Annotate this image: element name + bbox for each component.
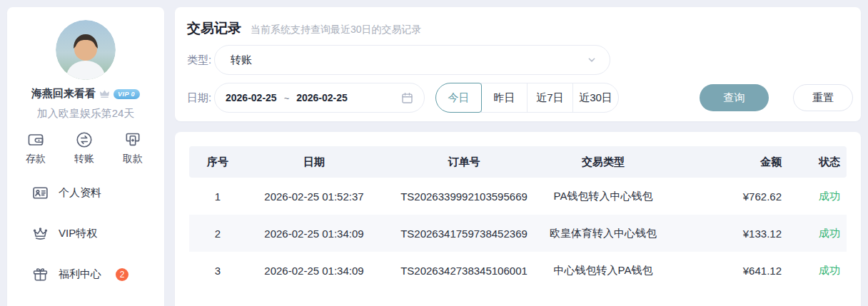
sidebar-item-deposit[interactable]: 存款 bbox=[11, 130, 60, 165]
range-7days-button[interactable]: 近7日 bbox=[527, 83, 573, 113]
type-filter-label: 类型: bbox=[187, 45, 211, 75]
status-badge: 成功 bbox=[782, 190, 846, 203]
column-header-index: 序号 bbox=[189, 155, 246, 169]
table-header-row: 序号 日期 订单号 交易类型 金额 状态 bbox=[189, 146, 847, 178]
menu-item-label: 个人资料 bbox=[59, 186, 101, 200]
cell-date: 2026-02-25 01:52:37 bbox=[246, 190, 382, 203]
sidebar-item-transfer[interactable]: 转账 bbox=[60, 130, 108, 165]
date-separator: ~ bbox=[284, 93, 290, 103]
cell-type: 欧皇体育转入中心钱包 bbox=[546, 227, 660, 240]
cell-order-no: TS2026339992103595669 bbox=[382, 190, 546, 203]
cell-index: 2 bbox=[189, 228, 246, 240]
cell-type: PA钱包转入中心钱包 bbox=[546, 190, 660, 203]
deposit-wallet-icon bbox=[26, 130, 45, 150]
range-yesterday-button[interactable]: 昨日 bbox=[481, 83, 528, 113]
vip-crown-icon bbox=[99, 89, 110, 98]
cell-amount: ¥133.12 bbox=[660, 228, 782, 240]
sidebar-item-withdraw[interactable]: 取款 bbox=[108, 130, 157, 165]
chevron-down-icon bbox=[587, 55, 597, 65]
column-header-status: 状态 bbox=[782, 155, 846, 169]
vip-level-badge: VIP 0 bbox=[113, 89, 140, 99]
table-row: 2 2026-02-25 01:34:09 TS2026341759738452… bbox=[189, 215, 847, 252]
filter-card: 交易记录 当前系统支持查询最近30日的交易记录 类型: 转账 日期: 2026-… bbox=[175, 7, 861, 121]
range-30days-button[interactable]: 近30日 bbox=[572, 83, 619, 113]
column-header-order-no: 订单号 bbox=[382, 155, 546, 169]
cell-order-no: TS2026341759738452369 bbox=[382, 228, 546, 240]
user-info-row: 海燕回来看看 VIP 0 bbox=[7, 87, 164, 101]
column-header-date: 日期 bbox=[246, 155, 382, 169]
cell-amount: ¥762.62 bbox=[660, 190, 782, 203]
cell-amount: ¥641.12 bbox=[660, 265, 782, 277]
column-header-type: 交易类型 bbox=[546, 155, 660, 169]
quick-action-label: 存款 bbox=[26, 153, 46, 165]
crown-icon bbox=[31, 225, 49, 243]
gift-icon bbox=[31, 265, 49, 283]
sidebar-item-welfare[interactable]: 福利中心 bbox=[31, 265, 101, 283]
table-row: 1 2026-02-25 01:52:37 TS2026339992103595… bbox=[189, 178, 847, 215]
username: 海燕回来看看 bbox=[31, 87, 96, 101]
calendar-icon bbox=[401, 92, 413, 104]
page-subtitle: 当前系统支持查询最近30日的交易记录 bbox=[251, 24, 422, 36]
cell-index: 1 bbox=[189, 190, 246, 203]
date-filter-label: 日期: bbox=[187, 83, 211, 113]
type-select-value: 转账 bbox=[231, 53, 587, 67]
reset-button[interactable]: 重置 bbox=[793, 84, 853, 111]
cell-order-no: TS2026342738345106001 bbox=[382, 265, 546, 277]
date-range-input[interactable]: 2026-02-25 ~ 2026-02-25 bbox=[214, 83, 425, 113]
menu-item-label: VIP特权 bbox=[59, 227, 97, 240]
sidebar-item-profile[interactable]: 个人资料 bbox=[31, 184, 101, 202]
join-days-text: 加入欧皇娱乐第24天 bbox=[7, 107, 164, 121]
type-select[interactable]: 转账 bbox=[214, 45, 610, 75]
quick-actions-row: 存款 转账 bbox=[11, 130, 160, 165]
transfer-arrows-icon bbox=[75, 130, 94, 150]
cell-type: 中心钱包转入PA钱包 bbox=[546, 264, 660, 277]
profile-sidebar: 海燕回来看看 VIP 0 加入欧皇娱乐第24天 存款 bbox=[7, 7, 164, 306]
quick-action-label: 取款 bbox=[123, 153, 143, 165]
sidebar-item-vip[interactable]: VIP特权 bbox=[31, 225, 97, 243]
range-today-button[interactable]: 今日 bbox=[435, 83, 482, 113]
status-badge: 成功 bbox=[782, 264, 846, 277]
header-row: 交易记录 当前系统支持查询最近30日的交易记录 bbox=[187, 19, 422, 38]
column-header-amount: 金额 bbox=[660, 155, 782, 169]
quick-range-group: 今日 昨日 近7日 近30日 bbox=[435, 83, 619, 113]
cell-date: 2026-02-25 01:34:09 bbox=[246, 228, 382, 240]
avatar bbox=[56, 20, 116, 80]
transaction-records-page: 海燕回来看看 VIP 0 加入欧皇娱乐第24天 存款 bbox=[0, 0, 868, 306]
cell-date: 2026-02-25 01:34:09 bbox=[246, 265, 382, 277]
table-row: 3 2026-02-25 01:34:09 TS2026342738345106… bbox=[189, 252, 847, 289]
notification-badge: 2 bbox=[116, 268, 128, 281]
menu-item-label: 福利中心 bbox=[59, 267, 101, 281]
page-title: 交易记录 bbox=[187, 19, 241, 38]
avatar-image bbox=[56, 20, 116, 80]
search-button[interactable]: 查询 bbox=[700, 84, 769, 111]
records-table-card: 序号 日期 订单号 交易类型 金额 状态 1 2026-02-25 01:52:… bbox=[175, 132, 861, 306]
date-from-value: 2026-02-25 bbox=[226, 92, 277, 103]
quick-action-label: 转账 bbox=[74, 153, 94, 165]
status-badge: 成功 bbox=[782, 227, 846, 240]
id-card-icon bbox=[31, 184, 49, 202]
date-to-value: 2026-02-25 bbox=[296, 92, 348, 103]
cell-index: 3 bbox=[189, 265, 246, 277]
withdraw-atm-icon bbox=[123, 130, 142, 150]
